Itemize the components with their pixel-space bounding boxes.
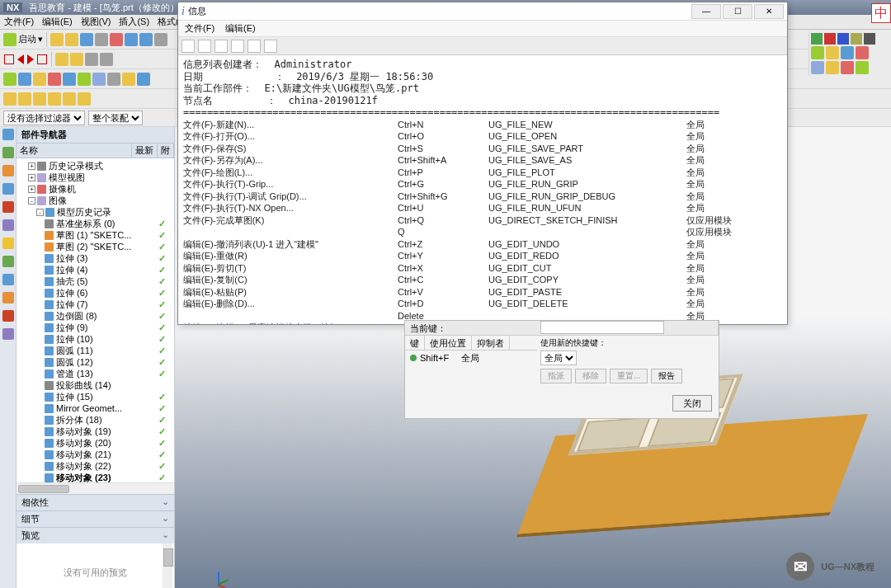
res-icon[interactable] xyxy=(2,328,14,340)
info-menu-edit[interactable]: 编辑(E) xyxy=(225,23,256,33)
hotkey-close-button[interactable]: 关闭 xyxy=(672,395,712,412)
tree-item[interactable]: 草图 (1) "SKETC...✓ xyxy=(16,229,174,241)
cube-icon[interactable] xyxy=(33,73,46,86)
menu-edit[interactable]: 编辑(E) xyxy=(38,16,77,28)
expand-icon[interactable]: + xyxy=(28,162,35,170)
undo-icon[interactable] xyxy=(110,33,123,46)
nav-tree[interactable]: +历史记录模式+模型视图+摄像机-图像-模型历史记录基准坐标系 (0)✓草图 (… xyxy=(16,158,174,482)
tree-item[interactable]: 管道 (13)✓ xyxy=(16,368,174,379)
tree-item[interactable]: 抽壳 (5)✓ xyxy=(16,275,174,287)
col-name[interactable]: 名称 xyxy=(16,143,132,158)
vcr-last-icon[interactable] xyxy=(37,54,47,64)
expand-icon[interactable]: + xyxy=(28,174,35,181)
tree-item[interactable]: 圆弧 (11)✓ xyxy=(16,345,174,356)
cube-icon[interactable] xyxy=(92,73,106,86)
tree-item[interactable]: 移动对象 (19)✓ xyxy=(16,426,174,437)
tree-item[interactable]: 移动对象 (21)✓ xyxy=(16,449,174,460)
tree-item[interactable]: 拉伸 (9)✓ xyxy=(16,322,174,333)
iso-icon[interactable] xyxy=(48,92,61,106)
tree-item[interactable]: 拉伸 (4)✓ xyxy=(16,264,174,275)
res-icon[interactable] xyxy=(2,292,14,303)
cube-icon[interactable] xyxy=(18,73,31,86)
tool-icon[interactable] xyxy=(50,33,64,46)
res-icon[interactable] xyxy=(2,183,14,195)
ime-indicator[interactable]: 中 xyxy=(871,3,891,23)
tree-item[interactable]: -图像 xyxy=(16,195,174,206)
swatch[interactable] xyxy=(864,33,875,45)
res-icon[interactable] xyxy=(2,147,14,158)
sketch-icon[interactable] xyxy=(811,61,824,74)
cube-icon[interactable] xyxy=(3,73,16,86)
sketch-icon[interactable] xyxy=(856,61,869,74)
tree-item[interactable]: 基准坐标系 (0)✓ xyxy=(16,218,174,229)
swatch[interactable] xyxy=(811,33,823,45)
info-tool-icon[interactable] xyxy=(182,40,195,53)
save-icon[interactable] xyxy=(80,33,93,46)
tree-item[interactable]: +摄像机 xyxy=(16,183,174,195)
iso-icon[interactable] xyxy=(3,92,16,106)
tree-item[interactable]: 拉伸 (6)✓ xyxy=(16,287,174,299)
col-latest[interactable]: 最新 xyxy=(132,143,158,158)
reset-button[interactable]: 重置... xyxy=(610,369,648,383)
hotkey-input[interactable] xyxy=(540,321,664,334)
minimize-button[interactable]: — xyxy=(691,4,721,19)
tree-item[interactable]: 圆弧 (12)✓ xyxy=(16,356,174,368)
res-icon[interactable] xyxy=(2,274,14,285)
cube-icon[interactable] xyxy=(137,73,150,86)
info-tool-icon[interactable] xyxy=(214,40,228,53)
info-tool-icon[interactable] xyxy=(198,40,211,53)
sketch-icon[interactable] xyxy=(841,61,854,74)
sketch-icon[interactable] xyxy=(826,61,839,74)
tree-item[interactable]: 投影曲线 (14) xyxy=(16,379,174,391)
res-icon[interactable] xyxy=(2,219,14,231)
tool-icon[interactable] xyxy=(70,53,83,66)
tool-icon[interactable] xyxy=(85,53,98,66)
tree-item[interactable]: 草图 (2) "SKETC...✓ xyxy=(16,241,174,252)
maximize-button[interactable]: ☐ xyxy=(723,4,752,19)
tree-item[interactable]: 移动对象 (23)✓ xyxy=(16,472,174,482)
tree-item[interactable]: 边倒圆 (8)✓ xyxy=(16,310,174,322)
vcr-prev-icon[interactable] xyxy=(17,54,24,64)
col-att[interactable]: 附 xyxy=(158,143,174,158)
info-tool-icon[interactable] xyxy=(264,40,277,53)
res-icon[interactable] xyxy=(2,129,14,140)
tree-item[interactable]: 拆分体 (18)✓ xyxy=(16,414,174,426)
tree-item[interactable]: 拉伸 (3)✓ xyxy=(16,252,174,264)
tool-icon[interactable] xyxy=(154,33,167,46)
vscroll[interactable] xyxy=(163,543,172,588)
tool-icon[interactable] xyxy=(95,33,108,46)
panel-details[interactable]: 细节⌄ xyxy=(16,511,174,527)
filter-select-1[interactable]: 没有选择过滤器 xyxy=(3,111,85,125)
info-tool-icon[interactable] xyxy=(248,40,261,53)
res-icon[interactable] xyxy=(2,165,14,176)
hotkey-scope-select[interactable]: 全局 xyxy=(540,350,577,365)
tool-icon[interactable] xyxy=(125,33,138,46)
res-icon[interactable] xyxy=(2,256,14,267)
report-button[interactable]: 报告 xyxy=(651,369,682,383)
iso-icon[interactable] xyxy=(63,92,76,106)
start-icon[interactable] xyxy=(3,33,16,46)
tool-icon[interactable] xyxy=(65,33,78,46)
rtool-icon[interactable] xyxy=(856,46,869,59)
expand-icon[interactable]: + xyxy=(28,186,35,193)
tree-item[interactable]: -模型历史记录 xyxy=(16,206,174,218)
cube-icon[interactable] xyxy=(122,73,135,86)
menu-file[interactable]: 文件(F) xyxy=(0,16,38,28)
tree-item[interactable]: 拉伸 (7)✓ xyxy=(16,299,174,310)
rtool-icon[interactable] xyxy=(826,46,839,59)
menu-insert[interactable]: 插入(S) xyxy=(115,16,153,28)
tree-item[interactable]: 拉伸 (10)✓ xyxy=(16,333,174,345)
remove-button[interactable]: 移除 xyxy=(575,369,606,383)
panel-preview[interactable]: 预览⌄ xyxy=(16,528,174,543)
cube-icon[interactable] xyxy=(63,73,76,86)
tool-icon[interactable] xyxy=(55,53,68,66)
cube-icon[interactable] xyxy=(107,73,120,86)
filter-select-2[interactable]: 整个装配 xyxy=(88,111,143,125)
tree-item[interactable]: 移动对象 (22)✓ xyxy=(16,460,174,472)
res-icon[interactable] xyxy=(2,238,14,249)
hscroll[interactable] xyxy=(16,482,174,494)
tree-item[interactable]: Mirror Geomet...✓ xyxy=(16,402,174,414)
vcr-first-icon[interactable] xyxy=(4,54,14,64)
swatch[interactable] xyxy=(837,33,849,45)
swatch[interactable] xyxy=(851,33,862,45)
